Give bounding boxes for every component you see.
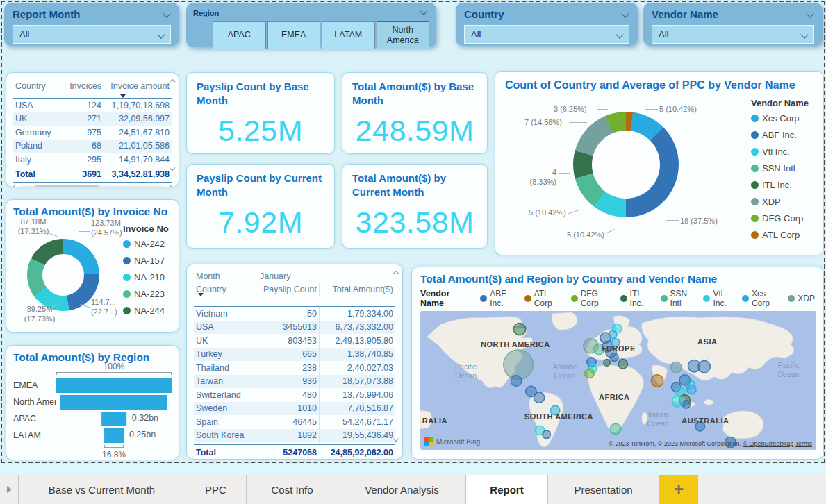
funnel-bar[interactable] [56, 378, 172, 393]
map-bubble[interactable] [670, 362, 681, 372]
map-bubble[interactable] [610, 423, 620, 434]
funnel-bar[interactable] [104, 428, 124, 443]
table-row[interactable]: USA34550136,73,73,332.00 [194, 321, 395, 335]
table-row[interactable]: Sweden10107,70,516.87 [194, 402, 395, 416]
chevron-down-icon[interactable] [420, 7, 427, 15]
legend-item[interactable]: ITL Inc. [751, 180, 809, 190]
map-bubble[interactable] [585, 369, 595, 378]
legend-item[interactable]: NA-210 [123, 272, 169, 283]
vendor-donut-chart[interactable] [573, 112, 679, 217]
terms-link[interactable]: Terms [795, 440, 813, 447]
funnel-bar[interactable] [60, 395, 167, 410]
table-row[interactable]: Thailand2382,40,027.03 [194, 361, 395, 375]
map-bubble[interactable] [504, 350, 534, 380]
page-tab-report[interactable]: Report [466, 475, 548, 504]
legend-item[interactable]: NA-242 [123, 239, 169, 249]
legend-item[interactable]: NA-223 [123, 289, 169, 299]
region-button-emea[interactable]: EMEA [267, 21, 321, 49]
table-row[interactable]: Taiwan93618,57,073.88 [194, 375, 395, 389]
table-cell: Italy [13, 155, 63, 165]
map-bubble[interactable] [534, 392, 544, 403]
table-row[interactable]: Switzerland48013,75,994.06 [194, 388, 395, 402]
legend-item[interactable]: ATL Corp [751, 230, 809, 240]
legend-item[interactable]: Vtl Inc. [703, 289, 734, 308]
column-header[interactable]: Country [13, 81, 63, 91]
legend-item[interactable]: XDP [788, 289, 815, 308]
horizontal-scrollbar[interactable] [13, 184, 172, 188]
legend-item[interactable]: DFG Corp [751, 213, 809, 224]
table-row[interactable]: South Korea189219,55,436.49 [194, 429, 395, 443]
invoice-table-card: Country Invoices Invoice amount USA1241,… [6, 72, 179, 187]
page-nav-arrow[interactable] [0, 475, 19, 504]
page-tab-cost-info[interactable]: Cost Info [247, 475, 338, 504]
legend-item[interactable]: ABF Inc. [480, 289, 516, 308]
table-row[interactable]: UK27132,09,56,997 [13, 112, 172, 126]
map-bubble[interactable] [609, 330, 617, 339]
legend-item[interactable]: Xcs Corp [751, 113, 809, 124]
legend-item[interactable]: SSN Intl [661, 289, 695, 308]
scrollbar-thumb[interactable] [35, 185, 100, 187]
invoice-donut-chart[interactable] [27, 239, 99, 311]
vendor-map-card: Total Amount($) and Region by Country an… [411, 267, 824, 460]
legend-item[interactable]: NA-157 [123, 255, 169, 266]
table-row[interactable]: South Africa432442,43,434.33 [194, 442, 395, 444]
data-label: 5 (10.42%) [567, 230, 604, 240]
map-bubble[interactable] [543, 430, 551, 439]
map-bubble[interactable] [604, 359, 611, 366]
table-row[interactable]: Italy29514,91,70,844 [13, 153, 172, 167]
sort-descending-icon[interactable] [198, 293, 204, 306]
funnel-bar[interactable] [101, 412, 126, 426]
country-dropdown[interactable]: All [464, 25, 629, 44]
sort-descending-icon[interactable] [120, 94, 126, 98]
dropdown-value: All [659, 29, 668, 40]
legend-item[interactable]: ATL Corp [524, 289, 563, 308]
column-header[interactable]: Invoices [63, 81, 104, 91]
legend-item[interactable]: XDP [751, 196, 809, 207]
table-row[interactable]: USA1241,19,70,18,698 [13, 99, 172, 112]
vendor-name-dropdown[interactable]: All [652, 25, 814, 44]
table-cell: 1,19,70,18,698 [104, 101, 172, 110]
map-bubble[interactable] [511, 375, 521, 385]
map-label-atlantic-ocean: Atlantic Ocean [553, 362, 577, 380]
world-map[interactable]: NORTH AMERICA SOUTH AMERICA EUROPE ASIA … [420, 311, 816, 450]
page-tab-presentation[interactable]: Presentation [548, 475, 659, 504]
region-button-north-america[interactable]: North America [377, 21, 430, 49]
table-row[interactable]: Spain4644554,24,671.17 [194, 415, 395, 429]
table-row[interactable]: UK8034532,49,13,905.80 [194, 334, 395, 348]
map-bubble[interactable] [610, 353, 618, 361]
scroll-left-icon[interactable] [13, 185, 18, 187]
table-cell: 2,43,434.33 [319, 442, 395, 444]
openstreetmap-link[interactable]: © OpenStreetMap [743, 440, 793, 447]
map-bubble[interactable] [698, 360, 710, 372]
table-row[interactable]: Poland6821,01,05,586 [13, 140, 172, 153]
legend-item[interactable]: Xcs Corp [742, 289, 779, 308]
map-bubble[interactable] [513, 323, 525, 335]
map-bubble[interactable] [651, 374, 663, 386]
column-header[interactable]: Payslip Count [258, 283, 319, 296]
region-button-latam[interactable]: LATAM [322, 21, 375, 49]
column-header[interactable]: Invoice amount [104, 81, 172, 91]
map-bubble[interactable] [672, 396, 682, 406]
legend-item[interactable]: DFG Corp [571, 289, 612, 308]
region-button-apac[interactable]: APAC [213, 21, 266, 49]
legend-item[interactable]: ITL Inc. [620, 289, 652, 308]
table-row[interactable]: Germany97524,51,67,810 [13, 126, 172, 140]
map-bubble[interactable] [618, 359, 628, 369]
legend-item[interactable]: Vtl Inc. [751, 146, 809, 157]
map-bubble[interactable] [687, 385, 697, 394]
legend-item[interactable]: ABF Inc. [751, 130, 809, 140]
column-header[interactable]: Total Amount($) [319, 283, 395, 296]
map-bubble[interactable] [682, 400, 691, 408]
legend-item[interactable]: SSN Intl [751, 163, 809, 174]
page-tab-base-vs-current-month[interactable]: Base vs Current Month [19, 475, 185, 504]
page-tab-vendor-analysis[interactable]: Vendor Analysis [338, 475, 466, 504]
map-label-asia: ASIA [697, 337, 717, 346]
page-tab-ppc[interactable]: PPC [185, 475, 247, 504]
add-page-button[interactable]: + [659, 475, 698, 504]
scroll-right-icon[interactable] [167, 185, 172, 187]
table-row[interactable]: Vietnam501,79,334.00 [194, 307, 395, 321]
report-month-dropdown[interactable]: All [13, 25, 171, 44]
table-row[interactable]: Turkey6651,38,740.85 [194, 348, 395, 362]
legend-item[interactable]: NA-244 [123, 305, 169, 316]
table-cell: 480 [258, 388, 319, 402]
